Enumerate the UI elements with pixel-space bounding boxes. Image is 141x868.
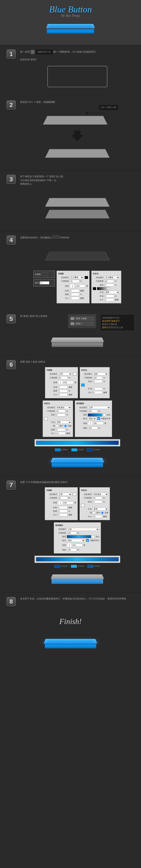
gradient-editor (34, 556, 120, 563)
swatch: 044c92 (54, 565, 68, 568)
swatch: 0085d4 (55, 448, 68, 451)
swatch: 27abe2 (71, 565, 84, 568)
step-8: 8 本文到下文结，以后的步骤便是新的打，并重新放大到适合的心，为了让已完成步，希… (0, 592, 141, 611)
step-desc: 第一步用 ▢ 圆角矩形工具 画一个圆角矩形，大小凭自己的感觉而定 (20, 50, 135, 55)
step-number: 2 (6, 100, 16, 110)
dist-input[interactable] (70, 289, 79, 292)
header: Blue Button By Ray Tongs (0, 0, 141, 45)
step-number: 5 (6, 314, 16, 324)
step-1: 1 第一步用 ▢ 圆角矩形工具 画一个圆角矩形，大小凭自己的感觉而定 这层命名"… (0, 45, 141, 96)
shortcut-hint: Ctrl + Shift + Alt (99, 105, 118, 110)
outer-glow-panel: 外发光 混合模式滤色 不透明度% 杂色% 扩展% 大小像素 (80, 367, 110, 398)
step-desc: 设置 形状 1 副本 的样式 (20, 360, 135, 364)
dark-trap (45, 252, 110, 260)
step-desc: 设置 下方半透明副本面板的的第1图层 的样式 (20, 480, 135, 484)
gradient-bar[interactable] (36, 441, 119, 445)
step-note: 这层命名"形状1" (20, 58, 135, 62)
noise-input[interactable] (104, 283, 114, 286)
swatch: 0f549b (88, 565, 100, 568)
blue-button (52, 456, 103, 467)
inner-glow-panel: 内发光 混合模式线性减淡 不透明度% 杂色% 方法柔和 源居中边缘 大小像素 (79, 487, 110, 520)
subtitle: By Ray Tongs (61, 14, 80, 18)
trapezoid-result (45, 149, 110, 158)
gray-blue-button (52, 572, 103, 584)
inner-shadow-panel: 内阴影 混合模式正常 不透明度% 角度度 距离像素 阻塞% 大小像素 (45, 367, 78, 398)
gray-button (52, 335, 103, 347)
swatch: 00aff5 (71, 448, 84, 451)
step-number: 6 (6, 360, 16, 369)
trapezoid-shape (43, 116, 108, 124)
choke-input[interactable] (70, 293, 79, 296)
fill-input[interactable] (40, 281, 49, 284)
gradient-overlay-panel: 渐变叠加 混合模式正常 不透明度% 渐变反向 样式线性与图层对齐 角度度 缩放% (54, 522, 101, 554)
step-desc: 本文到下文结，以后的步骤便是新的打，并重新放大到适合的心，为了让已完成步，希望对… (20, 597, 135, 601)
rect-shape (47, 66, 108, 87)
step-number: 4 (6, 236, 16, 245)
step-7: 7 设置 下方半透明副本面板的的第1图层 的样式 内阴影 混合模式正常 不透明度… (0, 476, 141, 592)
main-title: Blue Button (49, 4, 92, 14)
layers-panel: 形状 1 副本 形状 1 (68, 314, 96, 328)
step-number: 8 (6, 597, 16, 606)
outer-glow-panel: 外发光 混合模式正片叠底 不透明度% 杂色% 方法柔和 扩展% 大小像素 (91, 271, 121, 304)
step-desc: 设置形状1的样式，填充颜色为 #393939 (20, 236, 135, 240)
step-3: 3 按下来把这个形状复制一个"形状1"的上面， 为方便以后的(形状)副本+下移一… (0, 170, 141, 231)
blend-select[interactable]: 正片叠底 (104, 276, 120, 279)
step-4: 4 设置形状1的样式，填充颜色为 #393939 设置颜 填充 内阴影 混合模式… (0, 231, 141, 310)
step-number: 1 (6, 50, 16, 59)
finish-text: Finish! (0, 611, 141, 632)
size-input[interactable] (70, 297, 79, 300)
blend-select[interactable]: 正片叠底 (70, 276, 84, 279)
hero-button (47, 22, 94, 34)
arrow-icon (85, 112, 105, 115)
step-desc: 然后按 Ctrl + T 变形，快捷键调整 (20, 100, 135, 104)
fill-panel: 填充 (33, 279, 55, 286)
final-button (45, 637, 96, 648)
trapezoid-bottom (45, 210, 110, 218)
gradient-overlay-panel: 渐变叠加 混合模式正常 不透明度% 渐变反向 样式线性与图层对齐 角度度 缩放% (75, 400, 112, 437)
trapezoid-top (45, 198, 110, 207)
inner-glow-panel: 内发光 混合模式线性减淡 不透明度% 杂色% 方法柔和 源居中边缘 阻塞% 大小… (43, 400, 73, 437)
gradient-editor (34, 439, 120, 446)
tool-icon: ▢ (30, 50, 35, 54)
angle-input[interactable] (76, 284, 85, 287)
layer-row[interactable]: 形状 1 副本 (70, 316, 94, 321)
down-arrow-icon (71, 135, 84, 141)
size-input[interactable] (104, 298, 114, 301)
opacity-input[interactable] (70, 280, 79, 283)
step-number: 3 (6, 175, 16, 184)
step-number: 7 (6, 480, 16, 490)
opacity-input[interactable] (104, 280, 114, 283)
step-5: 5 给"形状1 副本"设上灰色的 形状 1 副本 形状 1 在图层面板中任意 按… (0, 310, 141, 355)
tech-select[interactable]: 柔和 (104, 291, 120, 294)
layer-row[interactable]: 形状 1 (70, 321, 94, 326)
inner-shadow-panel: 内阴影 混合模式正片叠底 不透明度% 角度度 距离像素 阻塞% 大小像素 (56, 271, 90, 304)
spread-input[interactable] (104, 294, 114, 298)
swatch: 003b96 (87, 448, 100, 451)
tooltip: 在图层面板中任意 按住Alt不放单击下 图层往下拖即直， 副本位于形状1的上面 (100, 314, 135, 331)
step-desc: 按下来把这个形状复制一个"形状1"的上面， 为方便以后的(形状)副本+下移一点，… (20, 175, 135, 186)
inner-shadow-panel: 内阴影 混合模式正常 不透明度% 角度度 距离像素 阻塞% 大小像素 (45, 487, 78, 520)
step-desc: 给"形状1 副本"设上灰色的 (20, 314, 64, 318)
step-6: 6 设置 形状 1 副本 的样式 内阴影 混合模式正常 不透明度% 角度度 距离… (0, 355, 141, 476)
gradient-bar[interactable] (36, 557, 119, 561)
step-2: 2 然后按 Ctrl + T 变形，快捷键调整 Ctrl + Shift + A… (0, 96, 141, 170)
color-panel: 设置颜 (33, 271, 55, 278)
